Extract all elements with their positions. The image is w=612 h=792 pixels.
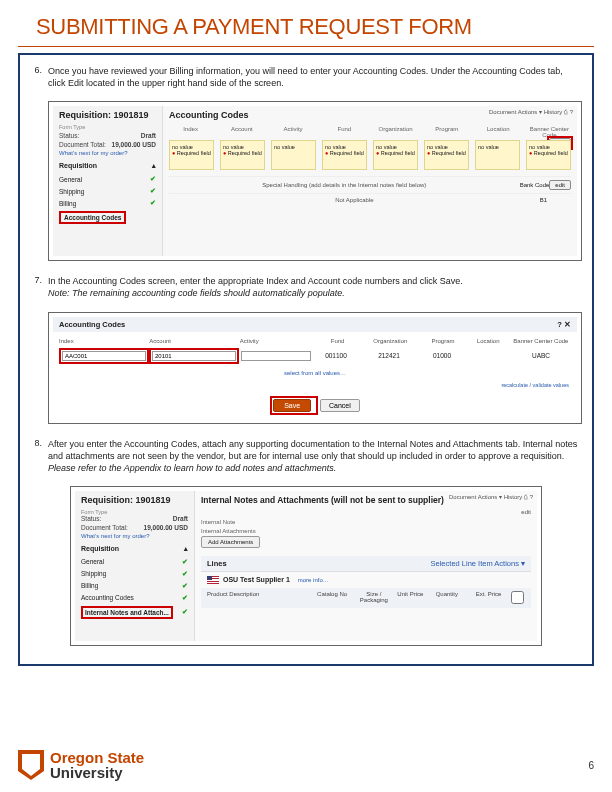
step-number: 6. — [30, 65, 48, 89]
centercode-value: UABC — [511, 352, 571, 359]
location-cell: no value — [475, 140, 520, 170]
sidebar-item-billing[interactable]: Billing✔ — [81, 580, 188, 592]
step-text: In the Accounting Codes screen, enter th… — [48, 276, 463, 286]
requisition-header: Requisition: 1901819 — [59, 110, 156, 120]
dialog-close[interactable]: ? ✕ — [557, 320, 571, 329]
status-label: Status: — [81, 515, 101, 522]
sidebar-item-general[interactable]: General✔ — [81, 556, 188, 568]
form-type-label: Form Type — [59, 124, 156, 130]
osu-shield-icon — [18, 750, 44, 780]
warning-icon: ● — [376, 150, 379, 156]
account-input[interactable] — [152, 351, 236, 361]
step-note: Please refer to the Appendix to learn ho… — [48, 463, 336, 473]
supplier-row: OSU Test Supplier 1 more info… — [201, 571, 531, 588]
status-label: Status: — [59, 132, 79, 139]
centercode-cell: no value● Required field — [526, 140, 571, 170]
edit-button[interactable]: edit — [549, 180, 571, 190]
internal-attachments-label: Internal Attachments — [201, 528, 531, 534]
more-info-link[interactable]: more info… — [298, 577, 329, 583]
whats-next-link[interactable]: What's next for my order? — [81, 533, 188, 539]
doctotal-label: Document Total: — [81, 524, 128, 531]
org-name-line2: University — [50, 765, 144, 780]
warning-icon: ● — [427, 150, 430, 156]
sidebar-item-accounting-codes[interactable]: Accounting Codes — [59, 209, 156, 226]
check-icon: ✔ — [150, 199, 156, 207]
recalculate-link[interactable]: recalculate / validate values — [53, 380, 577, 390]
select-all-values-link[interactable]: select from all values… — [53, 366, 577, 380]
special-handling-label: Special Handling (add details in the Int… — [169, 182, 520, 188]
dialog-title: Accounting Codes — [59, 320, 125, 329]
doctotal-label: Document Total: — [59, 141, 106, 148]
activity-cell: no value — [271, 140, 316, 170]
step-text: After you enter the Accounting Codes, at… — [48, 439, 577, 461]
requisition-accordion-header[interactable]: Requisition ▴ — [81, 545, 188, 552]
status-value: Draft — [173, 515, 188, 522]
sidebar-item-shipping[interactable]: Shipping✔ — [81, 568, 188, 580]
step-note: Note: The remaining accounting code fiel… — [48, 288, 345, 298]
check-icon: ✔ — [182, 570, 188, 578]
supplier-name: OSU Test Supplier 1 — [223, 576, 290, 583]
content-frame: 6. Once you have reviewed your Billing i… — [18, 53, 594, 666]
lines-title: Lines — [207, 559, 227, 568]
screenshot-enter-codes: Accounting Codes ? ✕ IndexAccountActivit… — [48, 312, 582, 424]
step-number: 8. — [30, 438, 48, 474]
check-icon: ✔ — [150, 175, 156, 183]
step-7: 7. In the Accounting Codes screen, enter… — [20, 271, 592, 307]
warning-icon: ● — [325, 150, 328, 156]
step-number: 7. — [30, 275, 48, 299]
screenshot-internal-notes: Requisition: 1901819 Form Type Status:Dr… — [70, 486, 542, 646]
index-input[interactable] — [62, 351, 146, 361]
sidebar-item-accounting-codes[interactable]: Accounting Codes✔ — [81, 592, 188, 604]
activity-input[interactable] — [241, 351, 311, 361]
screenshot-accounting-codes: Requisition: 1901819 Form Type Status:Dr… — [48, 101, 582, 261]
bank-code-value: B1 — [540, 197, 547, 203]
step-6: 6. Once you have reviewed your Billing i… — [20, 61, 592, 97]
step-8: 8. After you enter the Accounting Codes,… — [20, 434, 592, 482]
org-name-line1: Oregon State — [50, 750, 144, 765]
product-columns-header: Product DescriptionCatalog NoSize / Pack… — [201, 588, 531, 608]
document-actions[interactable]: Document Actions ▾ History ⎙ ? — [489, 108, 573, 115]
bank-code-label: Bank Code — [520, 182, 550, 188]
whats-next-link[interactable]: What's next for my order? — [59, 150, 156, 156]
warning-icon: ● — [223, 150, 226, 156]
edit-link[interactable]: edit — [521, 509, 531, 515]
page-footer: Oregon State University 6 — [18, 750, 594, 780]
document-actions[interactable]: Document Actions ▾ History ⎙ ? — [449, 493, 533, 500]
sidebar-item-internal-notes[interactable]: Internal Notes and Attach...✔ — [81, 604, 188, 621]
sidebar-item-shipping[interactable]: Shipping✔ — [59, 185, 156, 197]
org-value: 212421 — [359, 352, 419, 359]
program-value: 01000 — [419, 352, 465, 359]
org-cell: no value● Required field — [373, 140, 418, 170]
code-columns-header: IndexAccountActivityFundOrganizationProg… — [53, 332, 577, 346]
line-actions-dropdown[interactable]: Selected Line Item Actions ▾ — [431, 559, 525, 568]
program-cell: no value● Required field — [424, 140, 469, 170]
requisition-sidebar: Requisition: 1901819 Form Type Status:Dr… — [75, 491, 195, 641]
code-values-row: no value● Required field no value● Requi… — [169, 140, 571, 170]
code-columns-header: IndexAccountActivityFundOrganizationProg… — [169, 126, 571, 138]
page-title: SUBMITTING A PAYMENT REQUEST FORM — [18, 0, 594, 47]
sidebar-item-billing[interactable]: Billing✔ — [59, 197, 156, 209]
status-value: Draft — [141, 132, 156, 139]
requisition-sidebar: Requisition: 1901819 Form Type Status:Dr… — [53, 106, 163, 256]
doctotal-value: 19,000.00 USD — [112, 141, 156, 148]
fund-value: 001100 — [313, 352, 359, 359]
select-all-checkbox[interactable] — [511, 591, 524, 604]
check-icon: ✔ — [182, 594, 188, 602]
requisition-header: Requisition: 1901819 — [81, 495, 188, 505]
us-flag-icon — [207, 576, 219, 584]
warning-icon: ● — [529, 150, 532, 156]
special-handling-value: Not Applicable — [169, 197, 540, 203]
save-button[interactable]: Save — [273, 399, 311, 412]
sidebar-item-general[interactable]: General✔ — [59, 173, 156, 185]
requisition-accordion-header[interactable]: Requisition ▴ — [59, 162, 156, 169]
account-cell: no value● Required field — [220, 140, 265, 170]
check-icon: ✔ — [182, 608, 188, 616]
cancel-button[interactable]: Cancel — [320, 399, 360, 412]
step-text: Once you have reviewed your Billing info… — [48, 65, 582, 89]
add-attachments-button[interactable]: Add Attachments — [201, 536, 260, 548]
check-icon: ✔ — [150, 187, 156, 195]
fund-cell: no value● Required field — [322, 140, 367, 170]
doctotal-value: 19,000.00 USD — [144, 524, 188, 531]
internal-note-label: Internal Note — [201, 519, 531, 525]
check-icon: ✔ — [182, 582, 188, 590]
